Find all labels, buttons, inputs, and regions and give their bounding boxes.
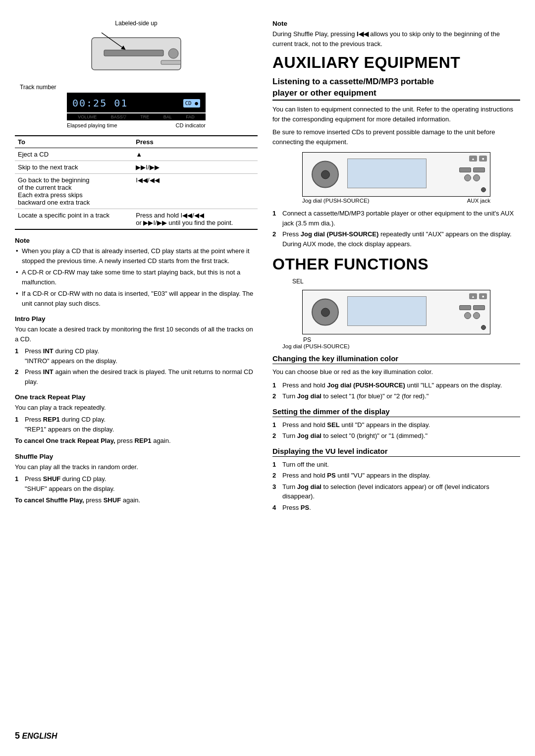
one-track-cancel: To cancel One track Repeat Play, press R… xyxy=(15,436,258,446)
auxiliary-body2: Be sure to remove inserted CDs to preven… xyxy=(272,127,520,147)
changing-color-section: Changing the key illumination color You … xyxy=(272,354,520,401)
right-column: Note During Shuffle Play, pressing I◀◀ a… xyxy=(272,20,520,726)
device-box-aux: ▲ ■ xyxy=(302,152,490,197)
device-corner-icons-other: ▲ ■ xyxy=(469,293,487,299)
table-row: Locate a specific point in a track Press… xyxy=(15,209,258,230)
intro-play-body: You can locate a desired track by monito… xyxy=(15,324,258,344)
sel-label: SEL xyxy=(292,278,520,285)
device-buttons-aux xyxy=(459,167,485,181)
list-item: 4Press PS. xyxy=(272,503,520,513)
svg-rect-1 xyxy=(104,50,163,56)
right-note-body: During Shuffle Play, pressing I◀◀ allows… xyxy=(272,29,520,49)
aux-jack-other xyxy=(481,325,486,330)
list-item: 1Connect a cassette/MD/MP3 portable play… xyxy=(272,209,520,228)
list-item: When you play a CD that is already inser… xyxy=(15,246,258,266)
dimmer-steps: 1Press and hold SEL until "D" appears in… xyxy=(272,420,520,441)
one-track-title: One track Repeat Play xyxy=(15,393,258,401)
list-item: 1Turn off the unit. xyxy=(272,460,520,470)
aux-jack-label: AUX jack xyxy=(467,198,490,204)
cd-slot-diagram: Labeled-side up xyxy=(15,20,258,79)
intro-play-title: Intro Play xyxy=(15,315,258,323)
changing-color-steps: 1Press and hold Jog dial (PUSH-SOURCE) u… xyxy=(272,380,520,401)
vu-level-section: Displaying the VU level indicator 1Turn … xyxy=(272,447,520,513)
shuffle-play-section: Shuffle Play You can play all the tracks… xyxy=(15,453,258,505)
device-screen-aux xyxy=(347,159,427,188)
list-item: 2Turn Jog dial to select "0 (bright)" or… xyxy=(272,431,520,441)
other-functions-section: OTHER FUNCTIONS SEL ▲ ■ xyxy=(272,256,520,512)
auxiliary-body1: You can listen to equipment connected to… xyxy=(272,105,520,124)
track-number-label: Track number xyxy=(20,84,258,91)
dimmer-title: Setting the dimmer of the display xyxy=(272,407,520,417)
note-title: Note xyxy=(15,237,258,244)
list-item: A CD-R or CD-RW may take some time to st… xyxy=(15,268,258,287)
auxiliary-section: AUXILIARY EQUIPMENT Listening to a casse… xyxy=(272,54,520,249)
jog-dial-aux-label: Jog dial (PUSH-SOURCE) xyxy=(302,198,369,204)
auxiliary-subtitle: Listening to a cassette/MD/MP3 portablep… xyxy=(272,76,520,100)
page-number: 5 xyxy=(15,731,20,741)
right-note-title: Note xyxy=(272,20,520,27)
function-table: To Press Eject a CD ▲ Skip to the next t… xyxy=(15,135,258,230)
list-item: 1Press SHUF during CD play."SHUF" appear… xyxy=(15,474,258,493)
list-item: 2Turn Jog dial to select "1 (for blue)" … xyxy=(272,391,520,401)
note-list: When you play a CD that is already inser… xyxy=(15,246,258,308)
auxiliary-steps: 1Connect a cassette/MD/MP3 portable play… xyxy=(272,209,520,249)
list-item: 2Press Jog dial (PUSH-SOURCE) repeatedly… xyxy=(272,229,520,249)
list-item: 3Turn Jog dial to selection (level indic… xyxy=(272,482,520,501)
cd-display-diagram: 00:25 01 CD ● xyxy=(67,93,206,112)
auxiliary-title: AUXILIARY EQUIPMENT xyxy=(272,54,520,71)
display-captions: Elapsed playing time CD indicator xyxy=(67,122,206,128)
list-item: 1Press INT during CD play."INTRO" appear… xyxy=(15,346,258,366)
aux-device-labels: Jog dial (PUSH-SOURCE) AUX jack xyxy=(302,198,490,204)
device-screen-other xyxy=(347,296,427,326)
shuffle-play-steps: 1Press SHUF during CD play."SHUF" appear… xyxy=(15,474,258,493)
shuffle-play-body: You can play all the tracks in random or… xyxy=(15,462,258,472)
shuffle-play-title: Shuffle Play xyxy=(15,453,258,460)
dimmer-section: Setting the dimmer of the display 1Press… xyxy=(272,407,520,441)
table-row: Eject a CD ▲ xyxy=(15,148,258,161)
list-item: If a CD-R or CD-RW with no data is inser… xyxy=(15,289,258,308)
one-track-section: One track Repeat Play You can play a tra… xyxy=(15,393,258,446)
device-corner-icons: ▲ ■ xyxy=(469,156,487,162)
table-row: Go back to the beginningof the current t… xyxy=(15,174,258,209)
list-item: 1Press REP1 during CD play."REP1" appear… xyxy=(15,415,258,434)
labeled-side-label: Labeled-side up xyxy=(15,20,258,27)
table-col-press: Press xyxy=(133,136,258,148)
vu-level-steps: 1Turn off the unit. 2Press and hold PS u… xyxy=(272,460,520,513)
cd-player-svg xyxy=(77,28,196,77)
other-functions-title: OTHER FUNCTIONS xyxy=(272,256,520,273)
device-box-other: ▲ ■ xyxy=(302,290,490,334)
display-bottom-bar: VOLUME BASS▽ TRE BAL FAD xyxy=(67,113,206,120)
changing-color-body: You can choose blue or red as the key il… xyxy=(272,367,520,377)
aux-jack xyxy=(481,187,486,192)
one-track-body: You can play a track repeatedly. xyxy=(15,403,258,413)
jog-dial-other-label: Jog dial (PUSH-SOURCE) xyxy=(282,343,520,349)
changing-color-title: Changing the key illumination color xyxy=(272,354,520,364)
left-column: Labeled-side up Track number xyxy=(15,20,258,726)
cd-note-section: Note When you play a CD that is already … xyxy=(15,237,258,308)
elapsed-time-label: Elapsed playing time xyxy=(67,122,117,128)
right-note-section: Note During Shuffle Play, pressing I◀◀ a… xyxy=(272,20,520,49)
aux-device-diagram: ▲ ■ xyxy=(272,152,520,204)
page-footer: 5 ENGLISH xyxy=(15,731,57,741)
intro-play-section: Intro Play You can locate a desired trac… xyxy=(15,315,258,386)
ps-label: PS xyxy=(303,336,520,343)
svg-rect-4 xyxy=(161,60,181,64)
intro-play-steps: 1Press INT during CD play."INTRO" appear… xyxy=(15,346,258,386)
other-functions-diagram: ▲ ■ xyxy=(272,290,520,349)
jog-dial-aux xyxy=(312,161,339,188)
shuffle-cancel: To cancel Shuffle Play, press SHUF again… xyxy=(15,495,258,505)
svg-point-3 xyxy=(168,49,178,58)
cd-indicator-badge: CD ● xyxy=(183,99,201,108)
list-item: 1Press and hold SEL until "D" appears in… xyxy=(272,420,520,430)
table-col-to: To xyxy=(15,136,133,148)
footer-language: ENGLISH xyxy=(22,732,57,740)
jog-dial-other xyxy=(312,299,339,326)
list-item: 1Press and hold Jog dial (PUSH-SOURCE) u… xyxy=(272,380,520,390)
cd-indicator-label: CD indicator xyxy=(175,122,206,128)
table-row: Skip to the next track ▶▶I/▶▶ xyxy=(15,161,258,174)
list-item: 2Press and hold PS until "VU" appears in… xyxy=(272,471,520,481)
vu-level-title: Displaying the VU level indicator xyxy=(272,447,520,457)
device-buttons-other xyxy=(459,305,485,319)
list-item: 2Press INT again when the desired track … xyxy=(15,367,258,386)
one-track-steps: 1Press REP1 during CD play."REP1" appear… xyxy=(15,415,258,434)
